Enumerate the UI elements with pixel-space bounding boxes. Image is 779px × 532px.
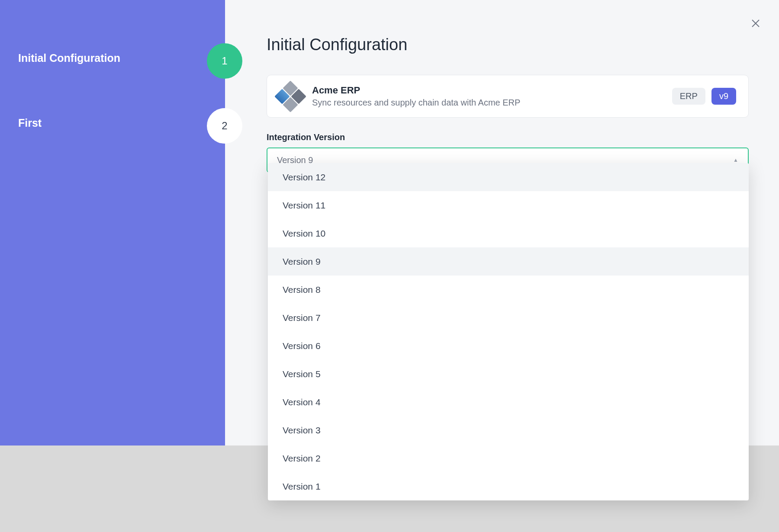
wizard-step-label: First: [18, 108, 42, 129]
integration-tile-icon: [274, 80, 306, 112]
version-option[interactable]: Version 1: [268, 472, 749, 500]
integration-version-badge: v9: [711, 88, 736, 105]
main-panel: Initial Configuration Acme ERP Sync reso…: [225, 0, 779, 445]
integration-card-body: Acme ERP Sync resources and supply chain…: [312, 85, 662, 108]
close-icon: [750, 18, 761, 29]
version-dropdown[interactable]: Version 12Version 11Version 10Version 9V…: [268, 163, 749, 500]
close-button[interactable]: [748, 16, 763, 31]
version-option[interactable]: Version 2: [268, 444, 749, 472]
integration-title: Acme ERP: [312, 85, 662, 96]
page-title: Initial Configuration: [267, 35, 749, 54]
version-option[interactable]: Version 6: [268, 332, 749, 360]
version-select-wrapper: Version 9 ▲ Version 12Version 11Version …: [267, 147, 749, 173]
version-option[interactable]: Version 11: [268, 191, 749, 219]
version-option[interactable]: Version 9: [268, 247, 749, 276]
version-option[interactable]: Version 12: [268, 163, 749, 191]
version-field-label: Integration Version: [267, 132, 749, 142]
version-option[interactable]: Version 7: [268, 304, 749, 332]
wizard-step-label: Initial Configuration: [18, 43, 120, 64]
version-option[interactable]: Version 8: [268, 276, 749, 304]
wizard-sidebar: Initial Configuration 1 First 2: [0, 0, 225, 445]
integration-description: Sync resources and supply chain data wit…: [312, 98, 662, 108]
version-option[interactable]: Version 4: [268, 388, 749, 416]
version-option[interactable]: Version 5: [268, 360, 749, 388]
integration-card: Acme ERP Sync resources and supply chain…: [267, 75, 749, 118]
configuration-window: Initial Configuration 1 First 2 Initial …: [0, 0, 779, 445]
wizard-step-1[interactable]: Initial Configuration 1: [0, 43, 225, 108]
chevron-up-icon: ▲: [733, 157, 738, 163]
integration-badges: ERP v9: [672, 88, 736, 105]
integration-type-badge: ERP: [672, 88, 705, 105]
version-option[interactable]: Version 3: [268, 416, 749, 444]
version-option[interactable]: Version 10: [268, 219, 749, 247]
wizard-step-2[interactable]: First 2: [0, 108, 225, 173]
